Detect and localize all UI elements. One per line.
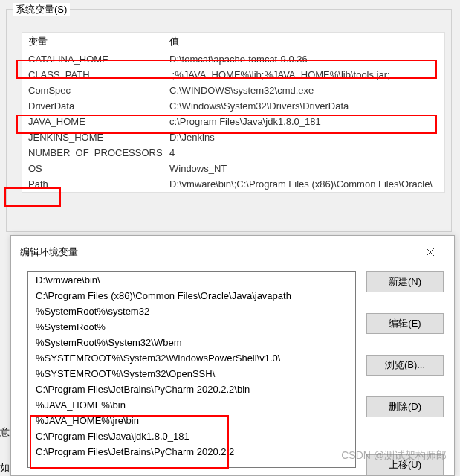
- table-row[interactable]: CATALINA_HOMED:\tomcat\apache-tomcat-9.0…: [22, 51, 444, 67]
- move-up-button[interactable]: 上移(U): [366, 454, 444, 475]
- dialog-buttons: 新建(N) 编辑(E) 浏览(B)... 删除(D) 上移(U): [366, 271, 444, 475]
- fragment-ru: 如: [0, 461, 10, 475]
- cell-val: C:\WINDOWS\system32\cmd.exe: [163, 83, 444, 98]
- fragment-yi: 意: [0, 425, 10, 439]
- cell-val: .;%JAVA_HOME%\lib;%JAVA_HOME%\lib\tools.…: [163, 67, 444, 83]
- list-item[interactable]: %JAVA_HOME%\jre\bin: [28, 413, 355, 428]
- list-item[interactable]: C:\Program Files\Java\jdk1.8.0_181: [28, 428, 355, 444]
- browse-button[interactable]: 浏览(B)...: [366, 355, 444, 376]
- edit-env-var-dialog: 编辑环境变量 D:\vmware\bin\C:\Program Files (x…: [10, 235, 455, 476]
- close-button[interactable]: [415, 242, 445, 263]
- list-item[interactable]: C:\Program Files\JetBrains\PyCharm 2020.…: [28, 382, 355, 397]
- list-item[interactable]: %SYSTEMROOT%\System32\WindowsPowerShell\…: [28, 350, 355, 366]
- list-item[interactable]: C:\Program Files\JetBrains\PyCharm 2020.…: [28, 444, 355, 460]
- cell-var: ComSpec: [22, 83, 163, 98]
- cell-val: C:\Windows\System32\Drivers\DriverData: [163, 98, 444, 114]
- system-variables-group: 系统变量(S) 变量 值 CATALINA_HOMED:\tomcat\apac…: [6, 9, 452, 232]
- list-item[interactable]: %SystemRoot%\system32: [28, 303, 355, 319]
- table-header: 变量 值: [22, 33, 444, 51]
- cell-val: c:\Program Files\Java\jdk1.8.0_181: [163, 114, 444, 129]
- dialog-title-text: 编辑环境变量: [20, 245, 78, 259]
- list-item[interactable]: %SYSTEMROOT%\System32\OpenSSH\: [28, 366, 355, 382]
- header-variable: 变量: [22, 33, 163, 51]
- header-value: 值: [163, 33, 444, 51]
- table-row[interactable]: CLASS_PATH.;%JAVA_HOME%\lib;%JAVA_HOME%\…: [22, 67, 444, 83]
- cell-var: CLASS_PATH: [22, 67, 163, 83]
- edit-button[interactable]: 编辑(E): [366, 313, 444, 334]
- cell-val: 4: [163, 145, 444, 161]
- table-row[interactable]: NUMBER_OF_PROCESSORS4: [22, 145, 444, 161]
- cell-var: CATALINA_HOME: [22, 51, 163, 67]
- list-item[interactable]: D:\vmware\bin\: [28, 272, 355, 288]
- table-row[interactable]: DriverDataC:\Windows\System32\Drivers\Dr…: [22, 98, 444, 114]
- table-row[interactable]: PathD:\vmware\bin\;C:\Program Files (x86…: [22, 176, 444, 192]
- cell-var: DriverData: [22, 98, 163, 114]
- list-item[interactable]: %JAVA_HOME%\bin: [28, 397, 355, 413]
- table-row[interactable]: ComSpecC:\WINDOWS\system32\cmd.exe: [22, 83, 444, 98]
- path-listbox[interactable]: D:\vmware\bin\C:\Program Files (x86)\Com…: [27, 271, 356, 468]
- cell-val: D:\vmware\bin\;C:\Program Files (x86)\Co…: [163, 176, 444, 192]
- list-item[interactable]: %SystemRoot%: [28, 319, 355, 335]
- cell-val: D:\Jenkins: [163, 129, 444, 145]
- table-row[interactable]: JAVA_HOMEc:\Program Files\Java\jdk1.8.0_…: [22, 114, 444, 129]
- cell-var: JENKINS_HOME: [22, 129, 163, 145]
- table-row[interactable]: OSWindows_NT: [22, 161, 444, 176]
- cell-var: Path: [22, 176, 163, 192]
- list-item[interactable]: %SystemRoot%\System32\Wbem: [28, 335, 355, 350]
- close-icon: [427, 248, 434, 256]
- delete-button[interactable]: 删除(D): [366, 396, 444, 417]
- cell-var: OS: [22, 161, 163, 176]
- sysvars-table[interactable]: 变量 值 CATALINA_HOMED:\tomcat\apache-tomca…: [22, 32, 445, 193]
- new-button[interactable]: 新建(N): [366, 271, 444, 292]
- group-label: 系统变量(S): [13, 3, 70, 16]
- cell-val: D:\tomcat\apache-tomcat-9.0.36: [163, 51, 444, 67]
- table-row[interactable]: JENKINS_HOMED:\Jenkins: [22, 129, 444, 145]
- cell-var: NUMBER_OF_PROCESSORS: [22, 145, 163, 161]
- list-item[interactable]: C:\Program Files (x86)\Common Files\Orac…: [28, 288, 355, 303]
- cell-val: Windows_NT: [163, 161, 444, 176]
- cell-var: JAVA_HOME: [22, 114, 163, 129]
- dialog-titlebar: 编辑环境变量: [11, 236, 454, 268]
